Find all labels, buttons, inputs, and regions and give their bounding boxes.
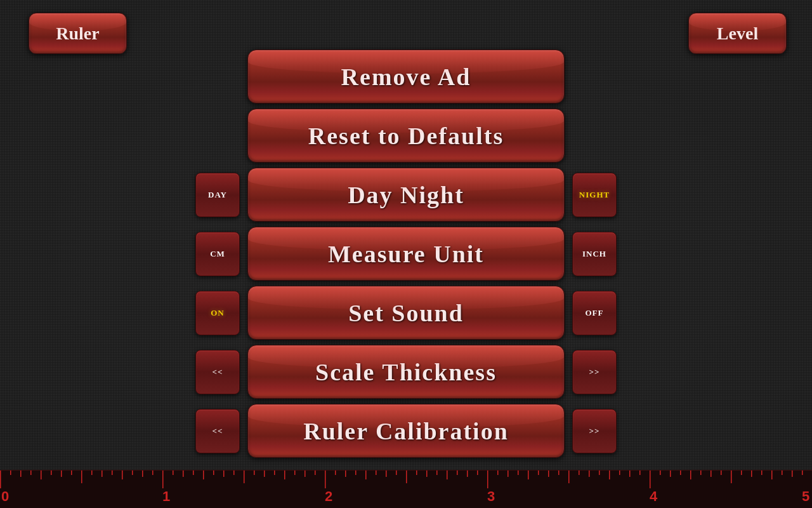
svg-rect-27 bbox=[203, 471, 204, 479]
on-status[interactable]: ON bbox=[195, 291, 240, 335]
svg-rect-30 bbox=[233, 471, 235, 475]
svg-rect-68 bbox=[619, 471, 620, 475]
on-label: ON bbox=[211, 308, 225, 318]
set-sound-row: ON Set Sound OFF bbox=[195, 286, 617, 340]
remove-ad-label: Remove Ad bbox=[341, 63, 471, 91]
svg-rect-43 bbox=[365, 471, 367, 479]
svg-rect-62 bbox=[558, 471, 560, 475]
svg-rect-13 bbox=[61, 471, 62, 477]
svg-text:0: 0 bbox=[1, 488, 9, 504]
day-night-label: Day Night bbox=[348, 181, 464, 209]
svg-rect-47 bbox=[406, 471, 407, 483]
svg-rect-42 bbox=[355, 471, 357, 475]
svg-rect-49 bbox=[426, 471, 428, 477]
svg-rect-35 bbox=[284, 471, 285, 479]
measure-unit-label: Measure Unit bbox=[328, 240, 484, 268]
svg-rect-41 bbox=[345, 471, 346, 477]
set-sound-label: Set Sound bbox=[348, 299, 464, 327]
off-status[interactable]: OFF bbox=[572, 291, 617, 335]
svg-rect-65 bbox=[589, 471, 590, 477]
svg-rect-31 bbox=[244, 471, 245, 483]
svg-rect-36 bbox=[294, 471, 296, 475]
svg-rect-70 bbox=[639, 471, 641, 475]
svg-rect-59 bbox=[528, 471, 529, 479]
svg-rect-54 bbox=[477, 471, 478, 475]
svg-rect-28 bbox=[213, 471, 214, 475]
prev-cal-label: << bbox=[213, 426, 223, 436]
ruler-calibration-label: Ruler Calibration bbox=[303, 417, 509, 445]
svg-rect-50 bbox=[436, 471, 438, 475]
svg-rect-11 bbox=[41, 471, 42, 479]
svg-rect-22 bbox=[152, 471, 154, 475]
svg-rect-81 bbox=[751, 471, 752, 477]
svg-rect-45 bbox=[386, 471, 387, 477]
svg-rect-52 bbox=[457, 471, 458, 475]
scale-thickness-button[interactable]: Scale Thickness bbox=[247, 345, 565, 399]
svg-rect-8 bbox=[10, 471, 11, 475]
svg-rect-79 bbox=[731, 471, 732, 483]
svg-rect-12 bbox=[51, 471, 52, 475]
svg-rect-58 bbox=[518, 471, 519, 475]
off-label: OFF bbox=[586, 308, 604, 318]
svg-rect-55 bbox=[487, 471, 488, 488]
svg-rect-7 bbox=[0, 471, 1, 488]
day-label: DAY bbox=[208, 190, 227, 200]
svg-rect-34 bbox=[274, 471, 275, 475]
svg-rect-21 bbox=[142, 471, 143, 477]
next-scale-label: >> bbox=[589, 367, 600, 377]
ruler-calibration-button[interactable]: Ruler Calibration bbox=[247, 404, 565, 458]
inch-status[interactable]: INCH bbox=[572, 232, 617, 276]
svg-rect-66 bbox=[599, 471, 600, 475]
svg-rect-29 bbox=[223, 471, 225, 477]
svg-text:1: 1 bbox=[162, 488, 170, 504]
svg-rect-46 bbox=[396, 471, 397, 475]
svg-rect-26 bbox=[193, 471, 194, 475]
svg-rect-20 bbox=[132, 471, 133, 475]
svg-text:5: 5 bbox=[802, 488, 809, 504]
prev-cal-button[interactable]: << bbox=[195, 409, 240, 453]
svg-rect-86 bbox=[802, 471, 803, 475]
svg-rect-61 bbox=[548, 471, 549, 477]
svg-rect-64 bbox=[579, 471, 580, 475]
svg-rect-60 bbox=[538, 471, 539, 475]
svg-rect-15 bbox=[81, 471, 82, 483]
svg-rect-85 bbox=[792, 471, 793, 477]
svg-rect-73 bbox=[670, 471, 671, 477]
measure-unit-row: CM Measure Unit INCH bbox=[195, 227, 617, 281]
measure-unit-button[interactable]: Measure Unit bbox=[247, 227, 565, 281]
cm-label: CM bbox=[210, 249, 225, 259]
set-sound-button[interactable]: Set Sound bbox=[247, 286, 565, 340]
reset-defaults-button[interactable]: Reset to Defaults bbox=[247, 109, 565, 163]
svg-rect-33 bbox=[264, 471, 265, 477]
scale-thickness-label: Scale Thickness bbox=[315, 358, 497, 386]
svg-rect-19 bbox=[122, 471, 123, 479]
svg-rect-69 bbox=[629, 471, 631, 477]
day-night-row: DAY Day Night NIGHT bbox=[195, 168, 617, 222]
remove-ad-button[interactable]: Remove Ad bbox=[247, 50, 565, 104]
svg-rect-78 bbox=[721, 471, 722, 475]
svg-rect-37 bbox=[304, 471, 306, 477]
scale-thickness-row: << Scale Thickness >> bbox=[195, 345, 617, 399]
ruler-svg: 0 1 2 3 4 5 bbox=[0, 471, 812, 508]
next-cal-label: >> bbox=[589, 426, 600, 436]
cm-status[interactable]: CM bbox=[195, 232, 240, 276]
next-cal-button[interactable]: >> bbox=[572, 409, 617, 453]
svg-rect-44 bbox=[376, 471, 377, 475]
svg-rect-72 bbox=[660, 471, 661, 475]
svg-text:3: 3 bbox=[487, 488, 495, 504]
svg-rect-17 bbox=[102, 471, 103, 477]
day-status[interactable]: DAY bbox=[195, 173, 240, 217]
next-scale-button[interactable]: >> bbox=[572, 350, 617, 394]
reset-defaults-row: Reset to Defaults bbox=[247, 109, 565, 163]
svg-rect-23 bbox=[162, 471, 164, 488]
inch-label: INCH bbox=[582, 249, 606, 259]
prev-scale-button[interactable]: << bbox=[195, 350, 240, 394]
svg-text:4: 4 bbox=[650, 488, 658, 504]
svg-rect-32 bbox=[254, 471, 255, 475]
svg-rect-51 bbox=[447, 471, 448, 479]
svg-rect-80 bbox=[741, 471, 742, 475]
svg-rect-18 bbox=[112, 471, 113, 475]
night-status[interactable]: NIGHT bbox=[572, 173, 617, 217]
night-label: NIGHT bbox=[579, 190, 610, 200]
day-night-button[interactable]: Day Night bbox=[247, 168, 565, 222]
